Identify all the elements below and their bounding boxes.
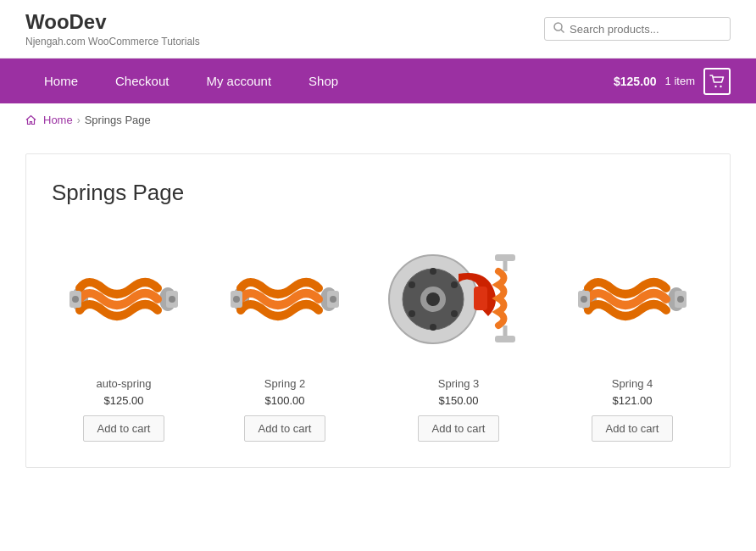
product-name-2: Spring 2 bbox=[264, 377, 305, 390]
main-content: Springs Page bbox=[0, 136, 756, 502]
product-card-4: Spring 4 $121.00 Add to cart bbox=[560, 231, 704, 442]
svg-point-25 bbox=[409, 281, 415, 288]
cart-count: 1 item bbox=[665, 75, 695, 87]
svg-point-19 bbox=[426, 292, 440, 306]
svg-point-22 bbox=[451, 310, 458, 317]
add-to-cart-1[interactable]: Add to cart bbox=[83, 415, 165, 442]
products-container: Springs Page bbox=[25, 153, 731, 468]
svg-point-0 bbox=[554, 23, 562, 31]
add-to-cart-4[interactable]: Add to cart bbox=[592, 415, 674, 442]
site-nav: Home Checkout My account Shop $125.00 1 … bbox=[0, 58, 756, 103]
svg-point-20 bbox=[430, 268, 436, 275]
site-description: Njengah.com WooCommerce Tutorials bbox=[25, 36, 200, 47]
svg-line-1 bbox=[561, 30, 564, 33]
nav-links: Home Checkout My account Shop bbox=[25, 58, 357, 103]
product-image-3 bbox=[374, 236, 543, 363]
svg-point-23 bbox=[430, 324, 436, 331]
product-image-wrap-4 bbox=[560, 231, 704, 367]
product-image-wrap-1 bbox=[52, 231, 196, 367]
svg-point-36 bbox=[677, 296, 684, 303]
product-name-3: Spring 3 bbox=[438, 377, 479, 390]
svg-point-15 bbox=[330, 296, 336, 303]
product-image-2 bbox=[217, 253, 353, 346]
svg-point-14 bbox=[233, 296, 240, 303]
search-form[interactable] bbox=[544, 17, 731, 41]
breadcrumb-current: Springs Page bbox=[85, 114, 151, 126]
svg-rect-29 bbox=[495, 254, 515, 261]
product-card-3: Spring 3 $150.00 Add to cart bbox=[374, 231, 543, 442]
product-card-1: auto-spring $125.00 Add to cart bbox=[52, 231, 196, 442]
svg-point-8 bbox=[72, 296, 79, 303]
cart-area: $125.00 1 item bbox=[614, 68, 731, 95]
breadcrumb-home[interactable]: Home bbox=[43, 114, 73, 126]
cart-icon[interactable] bbox=[703, 68, 731, 95]
product-card-2: Spring 2 $100.00 Add to cart bbox=[213, 231, 357, 442]
search-icon bbox=[553, 22, 564, 36]
svg-point-3 bbox=[720, 85, 721, 86]
cart-total: $125.00 bbox=[614, 75, 657, 88]
svg-point-9 bbox=[169, 296, 175, 303]
home-icon bbox=[25, 114, 36, 125]
breadcrumb: Home › Springs Page bbox=[0, 103, 756, 136]
site-title: WooDev bbox=[25, 10, 200, 34]
product-image-wrap-3 bbox=[374, 231, 543, 367]
svg-rect-30 bbox=[495, 336, 515, 342]
product-image-4 bbox=[564, 253, 700, 346]
product-price-3: $150.00 bbox=[439, 394, 479, 407]
svg-point-35 bbox=[581, 296, 587, 303]
add-to-cart-2[interactable]: Add to cart bbox=[244, 415, 326, 442]
product-name-1: auto-spring bbox=[96, 377, 151, 390]
product-name-4: Spring 4 bbox=[612, 377, 653, 390]
nav-home[interactable]: Home bbox=[25, 58, 97, 103]
product-image-wrap-2 bbox=[213, 231, 357, 367]
nav-myaccount[interactable]: My account bbox=[187, 58, 290, 103]
site-header: WooDev Njengah.com WooCommerce Tutorials bbox=[0, 0, 756, 58]
svg-rect-26 bbox=[474, 287, 487, 310]
svg-point-24 bbox=[409, 310, 415, 317]
products-grid: auto-spring $125.00 Add to cart bbox=[52, 231, 704, 442]
add-to-cart-3[interactable]: Add to cart bbox=[418, 415, 500, 442]
product-image-1 bbox=[56, 253, 192, 346]
product-price-4: $121.00 bbox=[613, 394, 653, 407]
svg-point-21 bbox=[451, 281, 458, 288]
product-price-1: $125.00 bbox=[104, 394, 144, 407]
nav-checkout[interactable]: Checkout bbox=[97, 58, 187, 103]
breadcrumb-separator: › bbox=[77, 114, 81, 126]
svg-point-2 bbox=[714, 85, 716, 86]
site-branding: WooDev Njengah.com WooCommerce Tutorials bbox=[25, 10, 200, 47]
product-price-2: $100.00 bbox=[265, 394, 305, 407]
page-title: Springs Page bbox=[52, 180, 704, 206]
nav-shop[interactable]: Shop bbox=[290, 58, 357, 103]
search-input[interactable] bbox=[570, 23, 721, 36]
